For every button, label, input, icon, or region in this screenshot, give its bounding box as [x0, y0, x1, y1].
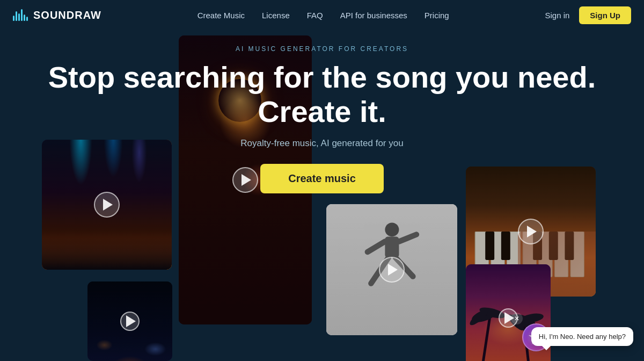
create-music-button[interactable]: Create music — [260, 164, 384, 193]
svg-line-18 — [482, 318, 490, 361]
hero-section: AI MUSIC GENERATOR FOR CREATORS Stop sea… — [0, 30, 644, 206]
svg-rect-12 — [570, 232, 584, 277]
city-panel — [87, 281, 172, 361]
chat-bubble: Hi, I'm Neo. Need any help? — [531, 327, 633, 346]
nav-right: Sign in Sign Up — [545, 6, 631, 24]
hero-subtitle: AI MUSIC GENERATOR FOR CREATORS — [236, 45, 408, 53]
svg-rect-13 — [485, 232, 494, 260]
concert-crowd — [42, 237, 172, 270]
svg-rect-16 — [549, 232, 558, 260]
svg-line-3 — [399, 235, 416, 242]
play-button-city[interactable] — [120, 312, 140, 331]
svg-rect-7 — [491, 232, 504, 277]
play-button-dancer[interactable] — [232, 167, 258, 193]
chat-close-button[interactable]: ✕ — [511, 313, 523, 324]
chat-message: Hi, I'm Neo. Need any help? — [539, 333, 626, 341]
logo-text: SOUNDRAW — [33, 9, 101, 21]
play-button-concert[interactable] — [94, 192, 120, 218]
logo[interactable]: SOUNDRAW — [13, 9, 101, 21]
nav-license[interactable]: License — [262, 11, 290, 20]
svg-point-19 — [470, 306, 499, 325]
logo-icon — [13, 9, 28, 21]
signin-link[interactable]: Sign in — [545, 11, 569, 20]
svg-point-24 — [520, 312, 545, 324]
svg-rect-6 — [475, 232, 488, 277]
nav-pricing[interactable]: Pricing — [425, 11, 449, 20]
svg-line-2 — [367, 242, 385, 252]
svg-rect-17 — [565, 232, 574, 260]
svg-point-0 — [385, 223, 399, 237]
hero-title-line2: Create it. — [258, 95, 386, 128]
nav-faq[interactable]: FAQ — [307, 11, 323, 20]
hero-title-line1: Stop searching for the song you need. — [48, 60, 596, 94]
nav-links: Create Music License FAQ API for busines… — [197, 11, 449, 20]
play-button-piano[interactable] — [518, 219, 544, 244]
hero-title: Stop searching for the song you need. Cr… — [48, 60, 596, 129]
navbar: SOUNDRAW Create Music License FAQ API fo… — [0, 0, 644, 30]
svg-point-21 — [468, 307, 491, 328]
hero-description: Royalty-free music, AI generated for you — [240, 138, 403, 149]
nav-api[interactable]: API for businesses — [340, 11, 407, 20]
svg-rect-14 — [501, 232, 510, 260]
svg-rect-11 — [554, 232, 568, 277]
jump-panel — [326, 204, 457, 335]
svg-rect-1 — [385, 237, 399, 258]
play-button-jump[interactable] — [379, 257, 405, 283]
signup-button[interactable]: Sign Up — [579, 6, 631, 24]
nav-create-music[interactable]: Create Music — [197, 11, 245, 20]
svg-rect-8 — [507, 232, 521, 277]
